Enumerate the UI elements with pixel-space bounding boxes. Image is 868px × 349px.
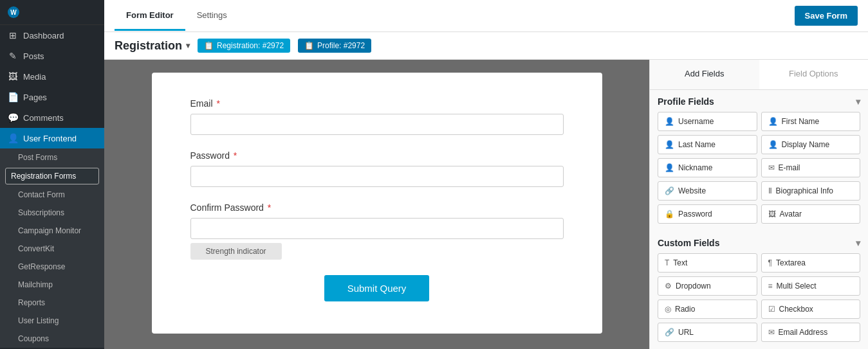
- last-name-icon: 👤: [665, 140, 674, 149]
- sidebar-item-post-forms[interactable]: Post Forms: [0, 148, 104, 166]
- field-btn-email[interactable]: ✉ E-mail: [761, 158, 861, 177]
- custom-fields-header: Custom Fields ▾: [650, 231, 868, 253]
- password-input[interactable]: [190, 166, 564, 187]
- sidebar-item-dashboard[interactable]: ⊞ Dashboard: [0, 25, 104, 46]
- field-btn-nickname[interactable]: 👤 Nickname: [658, 158, 757, 177]
- save-form-button[interactable]: Save Form: [795, 6, 858, 26]
- sidebar-item-user-listing[interactable]: User Listing: [0, 312, 104, 330]
- form-card: Email * Password * Confirm Password *: [152, 73, 602, 334]
- field-btn-url[interactable]: 🔗 URL: [658, 323, 757, 342]
- sidebar-item-label: Posts: [23, 51, 44, 61]
- email-label: Email *: [190, 98, 564, 109]
- profile-badge-label: Profile: #2972: [317, 41, 365, 50]
- confirm-password-field-row: Confirm Password * Strength indicator: [190, 202, 564, 260]
- tab-form-editor[interactable]: Form Editor: [115, 1, 185, 31]
- field-btn-first-name[interactable]: 👤 First Name: [761, 112, 861, 131]
- website-icon: 🔗: [665, 186, 674, 195]
- registration-badge[interactable]: 📋 Registration: #2972: [198, 39, 290, 53]
- sidebar-item-reports[interactable]: Reports: [0, 294, 104, 312]
- field-btn-password[interactable]: 🔒 Password: [658, 204, 757, 224]
- avatar-icon: 🖼: [768, 210, 776, 219]
- sidebar-item-media[interactable]: 🖼 Media: [0, 66, 104, 87]
- tab-form-editor-label: Form Editor: [126, 10, 174, 20]
- biographical-info-icon: Ⅱ: [768, 186, 772, 195]
- sidebar-item-campaign-monitor[interactable]: Campaign Monitor: [0, 222, 104, 240]
- tab-settings-label: Settings: [197, 10, 227, 20]
- username-icon: 👤: [665, 117, 674, 126]
- pages-icon: 📄: [8, 92, 18, 102]
- confirm-password-label: Confirm Password *: [190, 202, 564, 213]
- sidebar-item-comments[interactable]: 💬 Comments: [0, 107, 104, 128]
- getresponse-label: GetResponse: [18, 262, 65, 271]
- sidebar-item-posts[interactable]: ✎ Posts: [0, 46, 104, 66]
- sidebar-item-mailchimp[interactable]: Mailchimp: [0, 276, 104, 294]
- registration-forms-label: Registration Forms: [11, 172, 76, 181]
- posts-icon: ✎: [8, 51, 18, 61]
- user-listing-label: User Listing: [18, 316, 59, 325]
- convertkit-label: ConvertKit: [18, 244, 54, 253]
- sidebar-item-pages[interactable]: 📄 Pages: [0, 87, 104, 107]
- field-btn-biographical-info[interactable]: Ⅱ Biographical Info: [761, 181, 861, 201]
- password-field-icon: 🔒: [665, 210, 674, 219]
- first-name-icon: 👤: [768, 117, 778, 126]
- submit-button[interactable]: Submit Query: [324, 275, 430, 301]
- confirm-password-input[interactable]: [190, 218, 564, 239]
- profile-badge-icon: 📋: [304, 41, 314, 50]
- mailchimp-label: Mailchimp: [18, 280, 53, 289]
- main-content: Form Editor Settings Save Form Registrat…: [104, 0, 868, 349]
- sidebar-item-contact-form[interactable]: Contact Form: [0, 186, 104, 204]
- profile-fields-header: Profile Fields ▾: [650, 90, 868, 112]
- field-btn-email-address[interactable]: ✉ Email Address: [761, 323, 861, 342]
- subheader: Registration ▾ 📋 Registration: #2972 📋 P…: [104, 32, 868, 60]
- profile-fields-title: Profile Fields: [658, 96, 714, 107]
- field-btn-textarea[interactable]: ¶ Textarea: [761, 253, 861, 273]
- field-btn-text[interactable]: T Text: [658, 253, 757, 273]
- field-btn-display-name[interactable]: 👤 Display Name: [761, 135, 861, 154]
- sidebar-item-getresponse[interactable]: GetResponse: [0, 258, 104, 276]
- right-panel: Add Fields Field Options Profile Fields …: [649, 60, 868, 349]
- radio-icon: ◎: [665, 305, 671, 314]
- profile-fields-grid: 👤 Username 👤 First Name 👤 Last Name 👤 Di…: [650, 112, 868, 231]
- coupons-label: Coupons: [18, 334, 49, 343]
- sidebar-item-convertkit[interactable]: ConvertKit: [0, 240, 104, 258]
- right-tab-add-fields[interactable]: Add Fields: [650, 60, 759, 89]
- field-btn-radio[interactable]: ◎ Radio: [658, 300, 757, 319]
- sidebar-item-coupons[interactable]: Coupons: [0, 330, 104, 348]
- field-btn-username[interactable]: 👤 Username: [658, 112, 757, 131]
- sidebar-logo: W: [0, 0, 104, 25]
- field-btn-multi-select[interactable]: ≡ Multi Select: [761, 276, 861, 296]
- field-btn-website[interactable]: 🔗 Website: [658, 181, 757, 201]
- wp-logo-icon: W: [8, 6, 19, 18]
- sidebar-item-registration-forms[interactable]: Registration Forms: [5, 168, 99, 184]
- sidebar-item-label: Media: [23, 72, 46, 82]
- right-tab-field-options[interactable]: Field Options: [759, 60, 869, 89]
- display-name-icon: 👤: [768, 140, 778, 149]
- sidebar-item-user-frontend[interactable]: 👤 User Frontend: [0, 128, 104, 148]
- email-input[interactable]: [190, 114, 564, 135]
- user-frontend-icon: 👤: [8, 133, 18, 143]
- dropdown-icon: ⚙: [665, 282, 672, 291]
- sidebar-submenu: Post Forms Registration Forms Contact Fo…: [0, 148, 104, 348]
- right-panel-tabs: Add Fields Field Options: [650, 60, 868, 90]
- url-icon: 🔗: [665, 328, 674, 337]
- field-btn-checkbox[interactable]: ☑ Checkbox: [761, 300, 861, 319]
- registration-badge-label: Registration: #2972: [217, 41, 284, 50]
- sidebar: W ⊞ Dashboard ✎ Posts 🖼 Media 📄 Pages 💬 …: [0, 0, 104, 349]
- sidebar-item-label: User Frontend: [23, 134, 77, 143]
- field-btn-avatar[interactable]: 🖼 Avatar: [761, 204, 861, 224]
- sidebar-item-subscriptions[interactable]: Subscriptions: [0, 204, 104, 222]
- right-tab-field-options-label: Field Options: [789, 69, 838, 78]
- profile-badge[interactable]: 📋 Profile: #2972: [298, 39, 371, 53]
- form-title[interactable]: Registration ▾: [115, 39, 190, 53]
- campaign-monitor-label: Campaign Monitor: [18, 226, 81, 235]
- field-btn-dropdown[interactable]: ⚙ Dropdown: [658, 276, 757, 296]
- text-icon: T: [665, 258, 669, 267]
- profile-fields-collapse-icon[interactable]: ▾: [856, 96, 860, 107]
- tab-settings[interactable]: Settings: [185, 1, 239, 31]
- custom-fields-title: Custom Fields: [658, 238, 719, 248]
- post-forms-label: Post Forms: [18, 153, 57, 162]
- media-icon: 🖼: [8, 71, 18, 82]
- field-btn-last-name[interactable]: 👤 Last Name: [658, 135, 757, 154]
- strength-indicator: Strength indicator: [190, 243, 282, 260]
- custom-fields-collapse-icon[interactable]: ▾: [856, 238, 860, 248]
